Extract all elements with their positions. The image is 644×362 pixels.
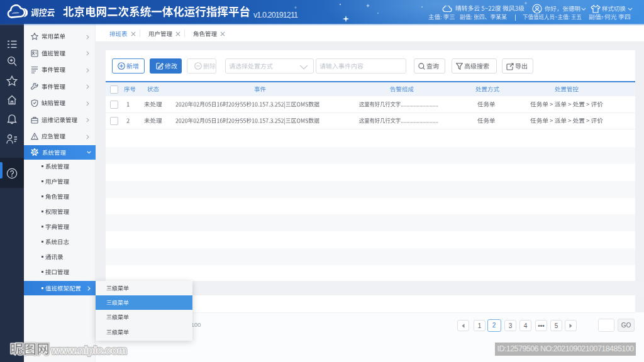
svg-text:www.nipic.com: www.nipic.com bbox=[51, 344, 127, 356]
